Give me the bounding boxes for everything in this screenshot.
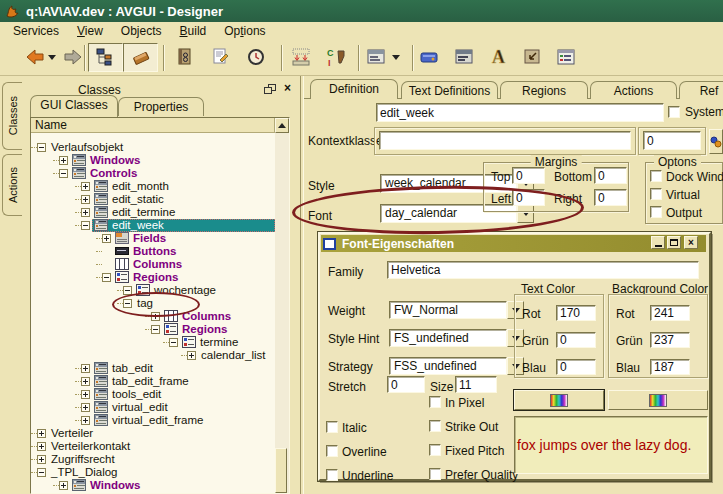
tab-properties[interactable]: Properties xyxy=(118,97,204,116)
tree-item-tag[interactable]: tag xyxy=(31,297,275,310)
scroll-up-button[interactable] xyxy=(275,118,289,133)
tree-item-verteilerkontakt[interactable]: Verteilerkontakt xyxy=(31,440,275,453)
tree-item-zugriffsrecht[interactable]: Zugriffsrecht xyxy=(31,453,275,466)
tree-item-edit_static[interactable]: edit_static xyxy=(31,193,275,206)
tree-item-columns[interactable]: Columns xyxy=(31,310,275,323)
tree-item-windows[interactable]: Windows xyxy=(31,479,275,492)
tree-scrollbar[interactable] xyxy=(275,133,289,493)
float-panel-button[interactable] xyxy=(264,84,277,98)
tree-item-tools_edit[interactable]: tools_edit xyxy=(31,388,275,401)
checkbox-italic[interactable] xyxy=(326,421,338,433)
background-color-picker-button[interactable] xyxy=(608,390,708,410)
maximize-button[interactable] xyxy=(667,236,681,249)
tree-item-tab_edit[interactable]: tab_edit xyxy=(31,362,275,375)
expand-toggle[interactable] xyxy=(81,403,90,412)
close-button[interactable]: × xyxy=(684,236,698,249)
edit-document-button[interactable] xyxy=(206,43,236,71)
tree-item-regions[interactable]: Regions xyxy=(31,271,275,284)
clock-button[interactable] xyxy=(241,43,271,71)
kontextklasse-input[interactable] xyxy=(379,131,631,150)
expand-toggle[interactable] xyxy=(151,312,160,321)
background-color-grün-input[interactable] xyxy=(650,332,690,348)
collapse-toggle[interactable] xyxy=(169,338,178,347)
checkbox-prefer-quality[interactable] xyxy=(429,468,441,480)
expand-toggle[interactable] xyxy=(81,195,90,204)
help-book-button[interactable] xyxy=(170,43,200,71)
menu-objects[interactable]: Objects xyxy=(112,23,171,39)
tree-item-edit_week[interactable]: edit_week xyxy=(31,219,275,232)
background-color-rot-input[interactable] xyxy=(650,305,690,321)
strategy-combobox[interactable]: FSS_undefined xyxy=(389,357,524,375)
margin-left-input[interactable] xyxy=(512,189,545,206)
tree-item-regions[interactable]: Regions xyxy=(31,323,275,336)
class-instance-button[interactable]: CI xyxy=(322,43,352,71)
tree-item-termine[interactable]: termine xyxy=(31,336,275,349)
class-name-input[interactable] xyxy=(376,103,664,122)
link-form-button[interactable] xyxy=(517,43,547,71)
expand-toggle[interactable] xyxy=(37,429,46,438)
expand-toggle[interactable] xyxy=(37,442,46,451)
tab-text-definitions[interactable]: Text Definitions xyxy=(401,81,498,99)
expand-toggle[interactable] xyxy=(59,481,68,490)
close-panel-icon[interactable]: × xyxy=(284,81,291,95)
tree-item-tab_edit_frame[interactable]: tab_edit_frame xyxy=(31,375,275,388)
margin-right-input[interactable] xyxy=(594,189,627,206)
panel-splitter[interactable] xyxy=(300,76,304,494)
eraser-button[interactable] xyxy=(123,43,158,72)
menu-view[interactable]: View xyxy=(68,23,112,39)
margin-bottom-input[interactable] xyxy=(594,167,627,184)
checkbox-dock-window[interactable] xyxy=(650,170,662,182)
checkbox-strike-out[interactable] xyxy=(429,420,441,432)
tree-item-virtual_edit_frame[interactable]: virtual_edit_frame xyxy=(31,414,275,427)
checkbox-underline[interactable] xyxy=(326,469,338,481)
tree-item-buttons[interactable]: Buttons xyxy=(31,245,275,258)
checkbox-overline[interactable] xyxy=(326,445,338,457)
class-hierarchy-button[interactable] xyxy=(88,43,123,72)
tree-item-fields[interactable]: Fields xyxy=(31,232,275,245)
minimize-button[interactable] xyxy=(651,236,665,249)
tab-actions[interactable]: Actions xyxy=(590,81,677,99)
dialog-list-button[interactable] xyxy=(551,43,581,71)
background-color-blau-input[interactable] xyxy=(650,359,690,375)
font-button[interactable]: A xyxy=(484,43,514,71)
tree-item-_tpl_dialog[interactable]: _TPL_Dialog xyxy=(31,466,275,479)
style-hint-combobox[interactable]: FS_undefined xyxy=(389,329,524,347)
checkbox-in-pixel[interactable] xyxy=(429,396,441,408)
tree-item-controls[interactable]: Controls xyxy=(31,167,275,180)
expand-toggle[interactable] xyxy=(37,455,46,464)
disk-button[interactable] xyxy=(414,43,444,71)
tab-regions[interactable]: Regions xyxy=(500,81,588,99)
side-tab-classes[interactable]: Classes xyxy=(2,82,22,150)
tree-item-wochentage[interactable]: wochentage xyxy=(31,284,275,297)
tree-item-edit_termine[interactable]: edit_termine xyxy=(31,206,275,219)
tree-item-virtual_edit[interactable]: virtual_edit xyxy=(31,401,275,414)
checkbox-virtual[interactable] xyxy=(650,188,662,200)
collapse-toggle[interactable] xyxy=(37,143,46,152)
menu-services[interactable]: Services xyxy=(4,23,68,39)
tree-item-edit_month[interactable]: edit_month xyxy=(31,180,275,193)
tab-gui-classes[interactable]: GUI Classes xyxy=(30,95,118,117)
expand-toggle[interactable] xyxy=(81,377,90,386)
menu-build[interactable]: Build xyxy=(171,23,216,39)
expand-toggle[interactable] xyxy=(81,208,90,217)
text-color-blau-input[interactable] xyxy=(556,359,596,375)
expand-toggle[interactable] xyxy=(81,390,90,399)
expand-toggle[interactable] xyxy=(81,364,90,373)
scrollbar-thumb[interactable] xyxy=(275,448,287,493)
expand-toggle[interactable] xyxy=(59,156,68,165)
expand-toggle[interactable] xyxy=(81,182,90,191)
collapse-toggle[interactable] xyxy=(151,325,160,334)
collapse-toggle[interactable] xyxy=(37,468,46,477)
form-window2-button[interactable] xyxy=(449,43,479,71)
expand-toggle[interactable] xyxy=(102,234,111,243)
collapse-toggle[interactable] xyxy=(123,286,132,295)
size-input[interactable] xyxy=(455,376,497,393)
margin-top-input[interactable] xyxy=(512,167,545,184)
checkbox-fixed-pitch[interactable] xyxy=(429,444,441,456)
side-tab-actions[interactable]: Actions xyxy=(2,154,22,216)
collapse-toggle[interactable] xyxy=(102,273,111,282)
collapse-toggle[interactable] xyxy=(123,299,132,308)
kontext-lookup-button[interactable] xyxy=(709,129,723,154)
tree-header-name[interactable]: Name xyxy=(31,118,275,133)
weight-combobox[interactable]: FW_Normal xyxy=(389,301,524,319)
